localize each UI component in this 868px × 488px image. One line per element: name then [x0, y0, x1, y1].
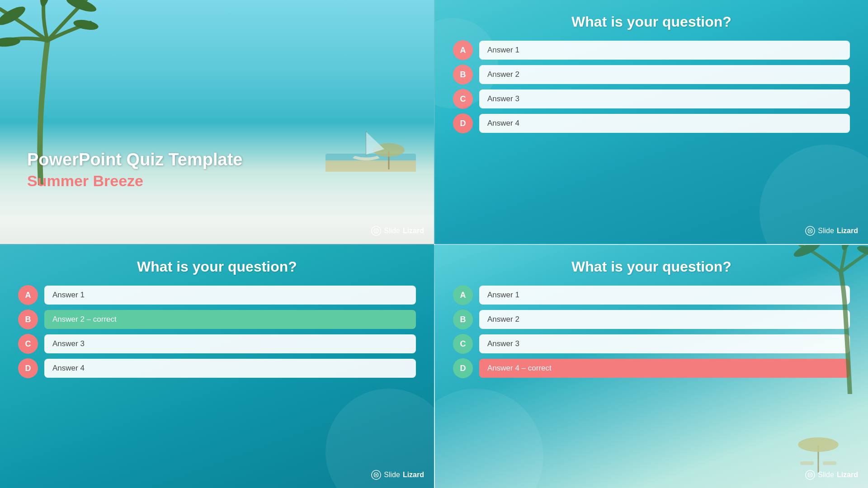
svg-point-17 — [840, 244, 856, 251]
title-block: PowerPoint Quiz Template Summer Breeze — [27, 150, 242, 190]
beach-umbrella-icon — [791, 436, 845, 473]
svg-point-11 — [375, 230, 377, 232]
answer-box-4c: Answer 3 — [479, 334, 850, 353]
answer-box-4b: Answer 2 — [479, 310, 850, 329]
subtitle: Summer Breeze — [27, 172, 242, 190]
answer-badge-4b: B — [453, 310, 473, 329]
answer-badge-3a: A — [18, 285, 38, 305]
answer-row-2d: D Answer 4 — [453, 113, 850, 133]
brand-slide-text-3: Slide — [384, 471, 400, 479]
answer-badge-2a: A — [453, 40, 473, 60]
answer-badge-3c: C — [18, 334, 38, 354]
slidelizard-icon-4 — [805, 470, 815, 480]
brand-logo-4: SlideLizard — [805, 470, 858, 480]
svg-point-3 — [73, 18, 99, 31]
main-title: PowerPoint Quiz Template — [27, 150, 242, 170]
svg-point-1 — [38, 0, 52, 7]
answer-row-2b: B Answer 2 — [453, 65, 850, 84]
brand-lizard-text-2: Lizard — [837, 227, 858, 235]
answer-badge-2d: D — [453, 113, 473, 133]
answer-badge-4d: D — [453, 358, 473, 378]
slide-quiz-green-correct: What is your question? A Answer 1 B Answ… — [0, 244, 434, 488]
slide-title: PowerPoint Quiz Template Summer Breeze S… — [0, 0, 434, 244]
answer-box-4d: Answer 4 – correct — [479, 359, 850, 378]
svg-point-16 — [792, 244, 822, 260]
slidelizard-icon — [371, 226, 381, 236]
svg-point-2 — [65, 0, 98, 14]
svg-point-24 — [809, 474, 811, 476]
brand-lizard-text: Lizard — [403, 227, 424, 235]
answer-box-2a: Answer 1 — [479, 41, 850, 60]
slide-quiz-plain: What is your question? A Answer 1 B Answ… — [434, 0, 868, 244]
slidelizard-icon-2 — [805, 226, 815, 236]
answer-box-2b: Answer 2 — [479, 65, 850, 84]
answers-list-2: A Answer 1 B Answer 2 C Answer 3 D Answe… — [453, 40, 850, 133]
svg-rect-6 — [326, 160, 416, 172]
answer-row-4b: B Answer 2 — [453, 310, 850, 329]
answer-box-3c: Answer 3 — [44, 334, 416, 353]
svg-point-13 — [809, 230, 811, 232]
quiz-question-3: What is your question? — [137, 258, 297, 275]
answer-badge-3b: B — [18, 310, 38, 329]
svg-rect-21 — [800, 461, 814, 465]
quiz-question-4: What is your question? — [571, 258, 731, 275]
slidelizard-icon-3 — [371, 470, 381, 480]
answer-box-2d: Answer 4 — [479, 114, 850, 133]
svg-point-15 — [375, 474, 377, 476]
answer-row-3c: C Answer 3 — [18, 334, 416, 354]
answer-badge-2c: C — [453, 89, 473, 109]
svg-point-18 — [856, 244, 868, 258]
answer-box-4a: Answer 1 — [479, 286, 850, 305]
brand-logo-3: SlideLizard — [371, 470, 424, 480]
answer-box-3a: Answer 1 — [44, 286, 416, 305]
slide-quiz-coral-correct: What is your question? A Answer 1 B Answ… — [434, 244, 868, 488]
beach-scene-icon — [326, 117, 416, 172]
brand-logo: SlideLizard — [371, 226, 424, 236]
answer-row-3d: D Answer 4 — [18, 358, 416, 378]
answer-row-3b: B Answer 2 – correct — [18, 310, 416, 329]
answer-box-3b: Answer 2 – correct — [44, 310, 416, 329]
svg-point-4 — [0, 36, 21, 47]
deco-circle-4 — [434, 389, 543, 488]
answers-list-3: A Answer 1 B Answer 2 – correct C Answer… — [18, 285, 416, 378]
answer-badge-2b: B — [453, 65, 473, 84]
svg-point-20 — [798, 437, 839, 452]
svg-point-0 — [0, 3, 28, 28]
brand-slide-text-2: Slide — [818, 227, 834, 235]
answer-row-4d: D Answer 4 – correct — [453, 358, 850, 378]
answer-badge-3d: D — [18, 358, 38, 378]
svg-rect-22 — [823, 461, 836, 465]
answer-row-4c: C Answer 3 — [453, 334, 850, 354]
answer-row-3a: A Answer 1 — [18, 285, 416, 305]
answer-row-4a: A Answer 1 — [453, 285, 850, 305]
answer-badge-4c: C — [453, 334, 473, 354]
brand-lizard-text-4: Lizard — [837, 471, 858, 479]
answer-box-2c: Answer 3 — [479, 89, 850, 108]
quiz-question-2: What is your question? — [571, 14, 731, 30]
brand-logo-2: SlideLizard — [805, 226, 858, 236]
answer-row-2c: C Answer 3 — [453, 89, 850, 109]
answer-badge-4a: A — [453, 285, 473, 305]
answer-box-3d: Answer 4 — [44, 359, 416, 378]
answers-list-4: A Answer 1 B Answer 2 C Answer 3 D Answe… — [453, 285, 850, 378]
brand-slide-text: Slide — [384, 227, 400, 235]
brand-lizard-text-3: Lizard — [403, 471, 424, 479]
answer-row-2a: A Answer 1 — [453, 40, 850, 60]
brand-slide-text-4: Slide — [818, 471, 834, 479]
